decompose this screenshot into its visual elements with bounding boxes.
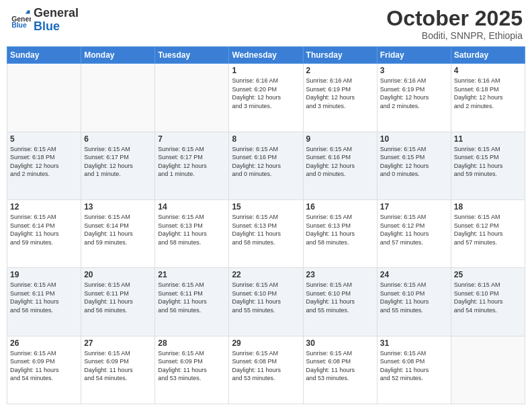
day-info: Sunrise: 6:15 AMSunset: 6:13 PMDaylight:… <box>306 213 374 246</box>
day-info: Sunrise: 6:15 AMSunset: 6:18 PMDaylight:… <box>10 145 78 179</box>
day-number: 2 <box>306 66 374 75</box>
table-row <box>155 64 229 132</box>
table-row: 16Sunrise: 6:15 AMSunset: 6:13 PMDayligh… <box>303 199 377 267</box>
table-row: 15Sunrise: 6:15 AMSunset: 6:13 PMDayligh… <box>229 199 303 267</box>
day-number: 8 <box>232 134 300 144</box>
day-info: Sunrise: 6:15 AMSunset: 6:14 PMDaylight:… <box>10 213 78 246</box>
day-info: Sunrise: 6:15 AMSunset: 6:12 PMDaylight:… <box>454 213 522 246</box>
day-number: 30 <box>306 338 374 348</box>
table-row <box>451 336 525 404</box>
day-info: Sunrise: 6:16 AMSunset: 6:19 PMDaylight:… <box>380 77 448 110</box>
table-row: 14Sunrise: 6:15 AMSunset: 6:13 PMDayligh… <box>155 199 229 267</box>
table-row: 5Sunrise: 6:15 AMSunset: 6:18 PMDaylight… <box>7 132 81 199</box>
col-friday: Friday <box>377 47 451 64</box>
col-monday: Monday <box>81 47 155 64</box>
table-row: 22Sunrise: 6:15 AMSunset: 6:10 PMDayligh… <box>229 268 303 336</box>
day-number: 20 <box>84 270 152 279</box>
day-number: 11 <box>454 134 522 144</box>
table-row: 4Sunrise: 6:16 AMSunset: 6:18 PMDaylight… <box>451 64 525 132</box>
day-info: Sunrise: 6:16 AMSunset: 6:18 PMDaylight:… <box>454 77 522 110</box>
table-row: 3Sunrise: 6:16 AMSunset: 6:19 PMDaylight… <box>377 64 451 132</box>
day-info: Sunrise: 6:15 AMSunset: 6:10 PMDaylight:… <box>454 281 522 314</box>
day-info: Sunrise: 6:15 AMSunset: 6:13 PMDaylight:… <box>158 213 226 246</box>
day-info: Sunrise: 6:16 AMSunset: 6:19 PMDaylight:… <box>306 77 374 110</box>
day-number: 23 <box>306 270 374 279</box>
day-number: 27 <box>84 338 152 348</box>
day-number: 13 <box>84 202 152 212</box>
logo: General Blue General Blue <box>9 7 79 34</box>
table-row: 21Sunrise: 6:15 AMSunset: 6:11 PMDayligh… <box>155 268 229 336</box>
col-wednesday: Wednesday <box>229 47 303 64</box>
table-row: 30Sunrise: 6:15 AMSunset: 6:08 PMDayligh… <box>303 336 377 404</box>
col-tuesday: Tuesday <box>155 47 229 64</box>
week-row-1: 1Sunrise: 6:16 AMSunset: 6:20 PMDaylight… <box>7 64 525 132</box>
table-row: 23Sunrise: 6:15 AMSunset: 6:10 PMDayligh… <box>303 268 377 336</box>
header-row: Sunday Monday Tuesday Wednesday Thursday… <box>7 47 525 64</box>
calendar-table: Sunday Monday Tuesday Wednesday Thursday… <box>7 46 525 404</box>
week-row-3: 12Sunrise: 6:15 AMSunset: 6:14 PMDayligh… <box>7 199 525 267</box>
table-row: 19Sunrise: 6:15 AMSunset: 6:11 PMDayligh… <box>7 268 81 336</box>
day-number: 10 <box>380 134 448 144</box>
day-number: 21 <box>158 270 226 279</box>
table-row: 7Sunrise: 6:15 AMSunset: 6:17 PMDaylight… <box>155 132 229 199</box>
day-info: Sunrise: 6:15 AMSunset: 6:09 PMDaylight:… <box>84 349 152 383</box>
table-row: 10Sunrise: 6:15 AMSunset: 6:15 PMDayligh… <box>377 132 451 199</box>
week-row-4: 19Sunrise: 6:15 AMSunset: 6:11 PMDayligh… <box>7 268 525 336</box>
table-row <box>7 64 81 132</box>
day-info: Sunrise: 6:15 AMSunset: 6:16 PMDaylight:… <box>306 145 374 179</box>
title-block: October 2025 Boditi, SNNPR, Ethiopia <box>386 7 523 41</box>
col-thursday: Thursday <box>303 47 377 64</box>
table-row: 9Sunrise: 6:15 AMSunset: 6:16 PMDaylight… <box>303 132 377 199</box>
day-number: 7 <box>158 134 226 144</box>
table-row: 31Sunrise: 6:15 AMSunset: 6:08 PMDayligh… <box>377 336 451 404</box>
day-info: Sunrise: 6:15 AMSunset: 6:08 PMDaylight:… <box>380 349 448 383</box>
day-number: 25 <box>454 270 522 279</box>
table-row: 26Sunrise: 6:15 AMSunset: 6:09 PMDayligh… <box>7 336 81 404</box>
day-number: 4 <box>454 66 522 75</box>
table-row: 8Sunrise: 6:15 AMSunset: 6:16 PMDaylight… <box>229 132 303 199</box>
day-number: 18 <box>454 202 522 212</box>
table-row: 13Sunrise: 6:15 AMSunset: 6:14 PMDayligh… <box>81 199 155 267</box>
day-info: Sunrise: 6:15 AMSunset: 6:10 PMDaylight:… <box>232 281 300 314</box>
day-info: Sunrise: 6:15 AMSunset: 6:11 PMDaylight:… <box>84 281 152 314</box>
table-row: 25Sunrise: 6:15 AMSunset: 6:10 PMDayligh… <box>451 268 525 336</box>
table-row: 11Sunrise: 6:15 AMSunset: 6:15 PMDayligh… <box>451 132 525 199</box>
day-info: Sunrise: 6:15 AMSunset: 6:12 PMDaylight:… <box>380 213 448 246</box>
day-number: 31 <box>380 338 448 348</box>
page: General Blue General Blue October 2025 B… <box>0 0 532 411</box>
day-number: 16 <box>306 202 374 212</box>
calendar-subtitle: Boditi, SNNPR, Ethiopia <box>386 30 523 41</box>
day-number: 9 <box>306 134 374 144</box>
calendar-title: October 2025 <box>386 7 523 30</box>
day-number: 15 <box>232 202 300 212</box>
table-row: 6Sunrise: 6:15 AMSunset: 6:17 PMDaylight… <box>81 132 155 199</box>
table-row: 18Sunrise: 6:15 AMSunset: 6:12 PMDayligh… <box>451 199 525 267</box>
day-info: Sunrise: 6:15 AMSunset: 6:17 PMDaylight:… <box>84 145 152 179</box>
day-info: Sunrise: 6:15 AMSunset: 6:15 PMDaylight:… <box>380 145 448 179</box>
day-number: 29 <box>232 338 300 348</box>
table-row: 29Sunrise: 6:15 AMSunset: 6:08 PMDayligh… <box>229 336 303 404</box>
day-info: Sunrise: 6:15 AMSunset: 6:17 PMDaylight:… <box>158 145 226 179</box>
day-number: 22 <box>232 270 300 279</box>
table-row: 1Sunrise: 6:16 AMSunset: 6:20 PMDaylight… <box>229 64 303 132</box>
day-number: 26 <box>10 338 78 348</box>
col-saturday: Saturday <box>451 47 525 64</box>
day-info: Sunrise: 6:15 AMSunset: 6:14 PMDaylight:… <box>84 213 152 246</box>
day-info: Sunrise: 6:15 AMSunset: 6:11 PMDaylight:… <box>158 281 226 314</box>
table-row: 17Sunrise: 6:15 AMSunset: 6:12 PMDayligh… <box>377 199 451 267</box>
day-info: Sunrise: 6:15 AMSunset: 6:10 PMDaylight:… <box>306 281 374 314</box>
day-number: 3 <box>380 66 448 75</box>
svg-text:Blue: Blue <box>11 21 27 29</box>
day-info: Sunrise: 6:15 AMSunset: 6:11 PMDaylight:… <box>10 281 78 314</box>
day-number: 24 <box>380 270 448 279</box>
day-number: 17 <box>380 202 448 212</box>
day-info: Sunrise: 6:16 AMSunset: 6:20 PMDaylight:… <box>232 77 300 110</box>
week-row-5: 26Sunrise: 6:15 AMSunset: 6:09 PMDayligh… <box>7 336 525 404</box>
day-number: 12 <box>10 202 78 212</box>
day-info: Sunrise: 6:15 AMSunset: 6:08 PMDaylight:… <box>232 349 300 383</box>
day-info: Sunrise: 6:15 AMSunset: 6:10 PMDaylight:… <box>380 281 448 314</box>
table-row: 12Sunrise: 6:15 AMSunset: 6:14 PMDayligh… <box>7 199 81 267</box>
table-row: 24Sunrise: 6:15 AMSunset: 6:10 PMDayligh… <box>377 268 451 336</box>
day-number: 5 <box>10 134 78 144</box>
day-number: 14 <box>158 202 226 212</box>
